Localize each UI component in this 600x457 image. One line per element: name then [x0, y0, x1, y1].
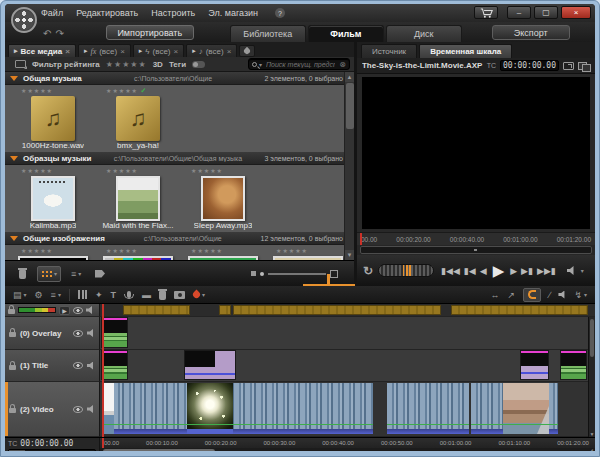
item-rating-stars[interactable]: ★★★★★: [21, 87, 53, 96]
tab-timeline-preview[interactable]: Временная шкала: [419, 44, 512, 58]
send-to-timeline-icon[interactable]: [15, 60, 26, 68]
redo-button[interactable]: ↷: [55, 28, 63, 39]
track-content[interactable]: [100, 350, 595, 382]
scrollbar-thumb[interactable]: [590, 319, 594, 357]
library-tab-all-media[interactable]: ▸ Все медиа ×: [8, 44, 76, 57]
search-caret-icon[interactable]: ▾: [259, 61, 262, 68]
track-content[interactable]: [100, 317, 595, 350]
volume-caret-icon[interactable]: ▾: [581, 267, 584, 274]
rating-filter-label[interactable]: Фильтр рейтинга: [32, 60, 100, 69]
create-title-button[interactable]: T: [110, 290, 116, 300]
timeline-zoom-indicator[interactable]: 29%: [8, 449, 96, 451]
previous-frame-button[interactable]: ▮◀: [464, 266, 476, 276]
track-header[interactable]: (2) Video: [5, 382, 100, 437]
dynamic-length-button[interactable]: ↗: [507, 290, 515, 300]
title-clip[interactable]: [102, 351, 127, 379]
track-content[interactable]: [100, 382, 595, 437]
delete-clip-button[interactable]: [159, 289, 166, 300]
tab-disc[interactable]: Диск: [386, 25, 462, 42]
speaker-icon[interactable]: [87, 329, 95, 337]
library-tab-music[interactable]: ▸ ♪ (все) ×: [186, 44, 237, 57]
scrollbar-thumb[interactable]: [103, 449, 215, 451]
scroll-up-icon[interactable]: ▲: [345, 72, 355, 82]
video-clip-photo[interactable]: [503, 383, 549, 434]
delete-button[interactable]: [13, 266, 31, 282]
track-header[interactable]: (1) Title: [5, 350, 100, 382]
lock-icon[interactable]: [9, 365, 16, 370]
media-item[interactable]: ★★★★★ Kalimba.mp3: [13, 167, 93, 232]
gear-button[interactable]: ⚙: [35, 290, 43, 300]
tab-movie[interactable]: Фильм: [308, 25, 384, 42]
collapse-triangle-icon[interactable]: [10, 156, 18, 161]
media-item[interactable]: ★★★★★ ♫ 1000Hz-tone.wav: [13, 87, 93, 152]
eye-icon[interactable]: [73, 362, 83, 369]
title-clip[interactable]: [521, 351, 548, 379]
undock-preview-icon[interactable]: [563, 62, 574, 70]
play-reverse-button[interactable]: ◀: [480, 266, 487, 276]
item-rating-stars[interactable]: ★★★★★: [276, 247, 308, 256]
speaker-icon[interactable]: [87, 405, 95, 413]
trim-mode-button[interactable]: ↔: [490, 290, 499, 300]
eye-icon[interactable]: [73, 406, 83, 413]
media-item[interactable]: ★★★★★ ✓ ♫ bmx_ya-ha!: [98, 87, 178, 152]
eye-icon[interactable]: [73, 330, 83, 337]
navigator-segment[interactable]: [123, 305, 190, 315]
expand-navigator-icon[interactable]: ▶: [59, 306, 70, 315]
close-tab-icon[interactable]: ×: [120, 47, 125, 56]
play-forward-button[interactable]: ▶: [510, 266, 517, 276]
media-item[interactable]: ★★★★★: [183, 247, 263, 260]
audio-scrub-button[interactable]: [558, 291, 566, 299]
timeline-horizontal-scrollbar[interactable]: ◢: [100, 448, 595, 451]
timeline-vertical-scrollbar[interactable]: ▼: [588, 317, 595, 437]
slider-track[interactable]: [268, 273, 326, 275]
title-clip[interactable]: [185, 351, 235, 379]
library-tab-transitions[interactable]: ▸ ϟ (все) ×: [133, 44, 184, 57]
item-rating-stars[interactable]: ★★★★★: [21, 247, 53, 256]
list-view-button[interactable]: ≡▾: [67, 266, 85, 282]
collapse-triangle-icon[interactable]: [10, 236, 18, 241]
section-header-common-music[interactable]: Общая музыка c:\Пользователи\Общие 2 эле…: [5, 72, 348, 85]
magnet-snap-button[interactable]: [523, 288, 541, 302]
media-item[interactable]: ★★★★★ Sleep Away.mp3: [183, 167, 263, 232]
search-input[interactable]: [264, 60, 337, 69]
new-tab-button[interactable]: [239, 45, 255, 57]
lock-icon[interactable]: [8, 309, 15, 314]
next-frame-button[interactable]: ▶▮: [521, 266, 533, 276]
voiceover-button[interactable]: [124, 291, 134, 298]
go-to-start-button[interactable]: ▮◀◀: [441, 266, 460, 276]
close-tab-icon[interactable]: ×: [174, 47, 179, 56]
media-item[interactable]: ★★★★★: [13, 247, 93, 260]
lock-icon[interactable]: [9, 408, 16, 413]
title-clip[interactable]: [561, 351, 586, 379]
store-cart-button[interactable]: [474, 6, 498, 19]
item-rating-stars[interactable]: ★★★★★: [106, 167, 138, 176]
collapse-triangle-icon[interactable]: [10, 76, 18, 81]
loop-button[interactable]: ↻: [363, 264, 373, 278]
navigator-segment[interactable]: [451, 305, 587, 315]
video-clip[interactable]: [387, 383, 469, 434]
tag-button[interactable]: [91, 266, 109, 282]
tab-library[interactable]: Библиотека: [230, 25, 306, 42]
library-tab-effects[interactable]: ▸ fx (все) ×: [78, 44, 131, 57]
video-screen[interactable]: [362, 77, 590, 229]
item-rating-stars[interactable]: ★★★★★: [191, 167, 223, 176]
go-to-end-button[interactable]: ▶▶▮: [537, 266, 556, 276]
razor-button[interactable]: ▬: [142, 290, 151, 300]
eye-icon[interactable]: [73, 307, 83, 314]
dual-display-icon[interactable]: [578, 62, 590, 70]
tags-filter-label[interactable]: Теги: [169, 60, 186, 69]
minimize-button[interactable]: –: [507, 6, 531, 19]
item-rating-stars[interactable]: ★★★★★ ✓: [106, 87, 147, 96]
zoom-in-icon[interactable]: [330, 270, 338, 278]
speaker-icon[interactable]: [87, 362, 95, 370]
volume-icon[interactable]: [567, 266, 576, 275]
close-tab-icon[interactable]: ×: [65, 47, 70, 56]
preview-timecode[interactable]: 00:00:00.00: [500, 60, 559, 71]
media-item[interactable]: ★★★★★: [98, 247, 178, 260]
media-item[interactable]: ★★★★★: [268, 247, 348, 260]
video-clip-firework[interactable]: [187, 383, 233, 434]
help-icon[interactable]: ?: [275, 8, 285, 18]
section-header-common-images[interactable]: Общие изображения c:\Пользователи\Общие …: [5, 232, 348, 245]
grid-view-button[interactable]: ▾: [37, 266, 61, 282]
timeline-settings-button[interactable]: ▤▾: [13, 290, 27, 300]
